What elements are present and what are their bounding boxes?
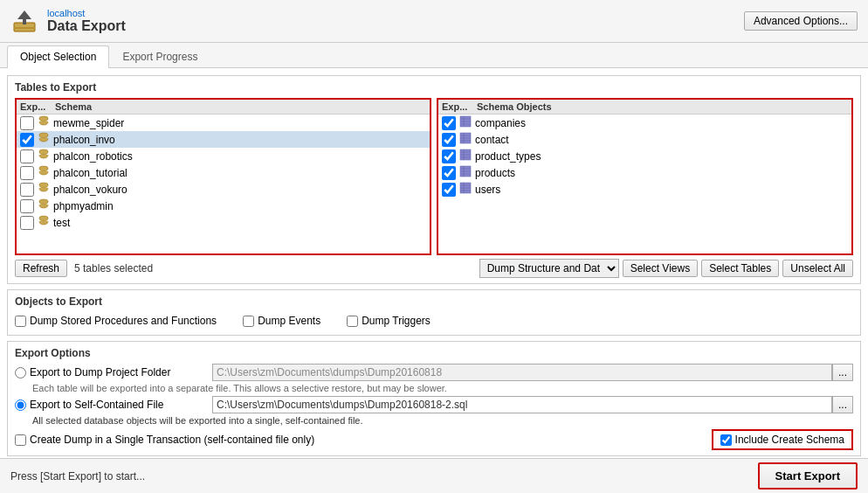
object-checkbox-products[interactable] — [442, 166, 456, 180]
schema-label: phalcon_vokuro — [53, 184, 426, 196]
objects-col-header: Schema Objects — [477, 101, 848, 112]
start-export-button[interactable]: Start Export — [758, 462, 858, 490]
dump-events-item[interactable]: Dump Events — [243, 315, 320, 327]
db-icon — [38, 215, 50, 230]
schema-label: phalcon_tutorial — [53, 167, 426, 179]
table-row[interactable]: test — [17, 214, 430, 231]
table-icon — [459, 115, 472, 130]
object-label: users — [475, 184, 848, 196]
object-label: contact — [475, 134, 848, 146]
dump-stored-checkbox[interactable] — [15, 316, 26, 327]
objects-panel-header: Exp... Schema Objects — [438, 100, 851, 115]
title-left: localhost Data Export — [10, 7, 126, 35]
select-views-button[interactable]: Select Views — [623, 260, 698, 277]
schema-checkbox-phalcon-robotics[interactable] — [20, 149, 34, 163]
dump-folder-path-input[interactable] — [212, 364, 832, 381]
objects-panel: Exp... Schema Objects companies — [437, 98, 853, 255]
tables-section-label: Tables to Export — [15, 81, 853, 94]
table-icon — [459, 182, 472, 197]
object-checkbox-users[interactable] — [442, 183, 456, 197]
tables-panels: Exp... Schema mewme_spider — [15, 98, 853, 255]
refresh-button[interactable]: Refresh — [15, 260, 67, 277]
dump-events-checkbox[interactable] — [243, 316, 254, 327]
schema-label: phpmyadmin — [53, 200, 426, 212]
object-label: companies — [475, 117, 848, 129]
object-label: products — [475, 167, 848, 179]
create-dump-checkbox[interactable] — [15, 434, 26, 446]
include-schema-checkbox[interactable] — [720, 434, 732, 446]
table-row[interactable]: phalcon_vokuro — [17, 181, 430, 198]
browse-dump-folder-button[interactable]: ... — [832, 364, 853, 381]
advanced-options-button[interactable]: Advanced Options... — [744, 11, 858, 31]
dump-type-select[interactable]: Dump Structure and Dat Dump Structure On… — [479, 259, 619, 278]
table-row[interactable]: phalcon_tutorial — [17, 164, 430, 181]
schema-panel-header: Exp... Schema — [17, 100, 430, 115]
object-checkbox-product-types[interactable] — [442, 149, 456, 163]
list-item[interactable]: contact — [438, 131, 851, 148]
export-options-section: Export Options Export to Dump Project Fo… — [7, 341, 861, 456]
list-item[interactable]: companies — [438, 115, 851, 131]
svg-rect-3 — [23, 19, 26, 24]
dump-triggers-item[interactable]: Dump Triggers — [347, 315, 431, 327]
objects-to-export-section: Objects to Export Dump Stored Procedures… — [7, 289, 861, 336]
main-title: Data Export — [47, 18, 126, 34]
exp-col-header2: Exp... — [442, 101, 477, 112]
list-item[interactable]: users — [438, 181, 851, 198]
schema-checkbox-phalcon-tutorial[interactable] — [20, 166, 34, 180]
schema-label: phalcon_robotics — [53, 150, 426, 163]
radio-dump-folder-input[interactable] — [15, 367, 26, 378]
radio-dump-folder[interactable]: Export to Dump Project Folder — [15, 366, 207, 378]
create-dump-label: Create Dump in a Single Transaction (sel… — [30, 434, 314, 446]
schema-checkbox-test[interactable] — [20, 216, 34, 230]
db-icon — [38, 165, 50, 180]
list-item[interactable]: product_types — [438, 148, 851, 164]
schema-label: test — [53, 217, 426, 229]
tab-export-progress[interactable]: Export Progress — [109, 45, 210, 67]
object-checkbox-contact[interactable] — [442, 133, 456, 147]
dump-triggers-label: Dump Triggers — [362, 315, 431, 327]
schema-checkbox-phalcon-invo[interactable] — [20, 133, 34, 147]
table-row[interactable]: phalcon_invo — [17, 131, 430, 148]
schema-checkbox-phpmyadmin[interactable] — [20, 199, 34, 213]
schema-checkbox-phalcon-vokuro[interactable] — [20, 183, 34, 197]
table-row[interactable]: phpmyadmin — [17, 198, 430, 214]
list-item[interactable]: products — [438, 164, 851, 181]
self-contained-hint: All selected database objects will be ex… — [32, 415, 853, 426]
table-row[interactable]: phalcon_robotics — [17, 148, 430, 164]
schema-checkbox-mewme[interactable] — [20, 116, 34, 130]
dump-folder-hint: Each table will be exported into a separ… — [32, 383, 853, 393]
schema-col-header: Schema — [55, 101, 426, 112]
exp-col-header: Exp... — [20, 101, 55, 112]
table-row[interactable]: mewme_spider — [17, 115, 430, 131]
table-icon — [459, 132, 472, 147]
db-icon — [38, 149, 50, 163]
create-dump-item[interactable]: Create Dump in a Single Transaction (sel… — [15, 434, 314, 446]
include-schema-box[interactable]: Include Create Schema — [712, 429, 853, 450]
unselect-all-button[interactable]: Unselect All — [782, 260, 853, 277]
browse-self-button[interactable]: ... — [832, 396, 853, 413]
db-icon — [38, 182, 50, 197]
radio-dump-folder-label: Export to Dump Project Folder — [30, 366, 170, 378]
table-icon — [459, 149, 472, 163]
tables-to-export-section: Tables to Export Exp... Schema mewme_spi… — [7, 75, 861, 284]
radio-self-contained[interactable]: Export to Self-Contained File — [15, 399, 207, 411]
title-text: localhost Data Export — [47, 8, 126, 34]
table-icon — [459, 165, 472, 180]
object-checkbox-companies[interactable] — [442, 116, 456, 130]
svg-marker-2 — [17, 10, 31, 19]
dump-stored-label: Dump Stored Procedures and Functions — [30, 315, 217, 327]
dump-stored-item[interactable]: Dump Stored Procedures and Functions — [15, 315, 217, 327]
tab-object-selection[interactable]: Object Selection — [7, 45, 109, 68]
export-options-label: Export Options — [15, 347, 853, 359]
bottom-bar: Press [Start Export] to start... Start E… — [0, 458, 868, 493]
object-label: product_types — [475, 150, 848, 163]
self-contained-path-input[interactable] — [212, 396, 832, 413]
svg-rect-1 — [14, 27, 35, 29]
select-tables-button[interactable]: Select Tables — [701, 260, 779, 277]
tabs-bar: Object Selection Export Progress — [0, 43, 868, 68]
dump-triggers-checkbox[interactable] — [347, 316, 358, 327]
schema-label: phalcon_invo — [53, 134, 426, 146]
radio-self-contained-input[interactable] — [15, 399, 26, 411]
panel-controls: Refresh 5 tables selected Dump Structure… — [15, 259, 853, 278]
objects-list: companies contact produc — [438, 115, 851, 253]
